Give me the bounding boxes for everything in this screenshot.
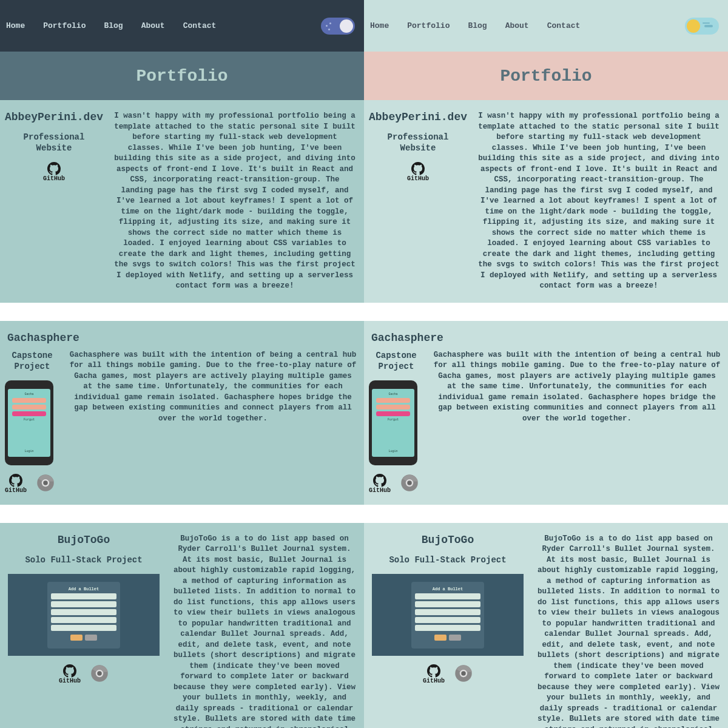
- mockup-label: Add a Bullet: [433, 587, 463, 592]
- project-card: AbbeyPerini.dev Professional Website Git…: [364, 100, 728, 303]
- nav-contact[interactable]: Contact: [183, 21, 217, 30]
- hero: Portfolio: [0, 52, 364, 100]
- github-icon[interactable]: GitHub: [423, 664, 445, 684]
- project-card: BujoToGo Solo Full-Stack Project Add a B…: [364, 523, 728, 728]
- project-title: Gachasphere: [5, 332, 359, 344]
- project-title: AbbeyPerini.dev: [369, 111, 467, 123]
- theme-toggle[interactable]: [685, 18, 719, 35]
- project-subtitle: Solo Full-Stack Project: [389, 554, 506, 565]
- mockup-text: Gacha: [12, 393, 46, 396]
- nav-portfolio[interactable]: Portfolio: [407, 21, 450, 30]
- chrome-icon[interactable]: [36, 474, 55, 492]
- nav-about[interactable]: About: [141, 21, 165, 30]
- project-subtitle: Capstone Project: [369, 350, 423, 372]
- svg-point-8: [407, 480, 412, 485]
- project-card: AbbeyPerini.dev Professional Website Git…: [0, 100, 364, 303]
- project-title: AbbeyPerini.dev: [5, 111, 103, 123]
- github-icon[interactable]: GitHub: [59, 664, 81, 684]
- project-card: Gachasphere Capstone Project Gacha Forgo…: [0, 321, 364, 505]
- phone-mockup: Gacha Forgot Login: [5, 380, 53, 465]
- github-label: GitHub: [5, 487, 27, 494]
- theme-toggle[interactable]: [321, 18, 355, 35]
- page-title: Portfolio: [136, 67, 228, 86]
- chrome-icon[interactable]: [90, 664, 109, 682]
- phone-mockup: Gacha Forgot Login: [369, 380, 417, 465]
- project-desc: BujoToGo is a to do list app based on Ry…: [534, 534, 723, 728]
- bujo-mockup: Add a Bullet: [8, 574, 160, 656]
- project-title: BujoToGo: [422, 534, 474, 546]
- project-subtitle: Professional Website: [5, 132, 103, 153]
- nav-about[interactable]: About: [505, 21, 529, 30]
- mockup-text: Login: [376, 450, 410, 453]
- project-desc: BujoToGo is a to do list app based on Ry…: [170, 534, 359, 728]
- project-subtitle: Solo Full-Stack Project: [25, 554, 142, 565]
- github-label: GitHub: [369, 487, 391, 494]
- nav-bar: Home Portfolio Blog About Contact: [0, 0, 364, 52]
- bujo-mockup: Add a Bullet: [372, 574, 524, 656]
- nav-blog[interactable]: Blog: [468, 21, 487, 30]
- project-subtitle: Capstone Project: [5, 350, 59, 372]
- mockup-label: Add a Bullet: [69, 587, 99, 592]
- project-desc: Gachasphere was built with the intention…: [431, 350, 723, 494]
- sun-icon: [687, 19, 700, 33]
- project-title: Gachasphere: [369, 332, 723, 344]
- mockup-text: Forgot: [376, 418, 410, 422]
- github-label: GitHub: [407, 175, 429, 182]
- hero: Portfolio: [364, 52, 728, 100]
- project-desc: I wasn't happy with my professional port…: [474, 111, 723, 292]
- github-icon[interactable]: GitHub: [369, 474, 391, 494]
- chrome-icon[interactable]: [400, 474, 419, 492]
- project-subtitle: Professional Website: [369, 132, 467, 153]
- github-icon[interactable]: GitHub: [407, 162, 429, 182]
- moon-icon: [340, 19, 353, 33]
- page-title: Portfolio: [500, 67, 592, 86]
- nav-portfolio[interactable]: Portfolio: [43, 21, 86, 30]
- nav-home[interactable]: Home: [6, 21, 25, 30]
- nav-blog[interactable]: Blog: [104, 21, 123, 30]
- project-desc: I wasn't happy with my professional port…: [110, 111, 359, 292]
- project-desc: Gachasphere was built with the intention…: [67, 350, 359, 494]
- svg-point-2: [43, 480, 48, 485]
- mockup-text: Gacha: [376, 393, 410, 396]
- svg-point-11: [461, 671, 466, 676]
- github-label: GitHub: [59, 678, 81, 684]
- nav-contact[interactable]: Contact: [547, 21, 581, 30]
- chrome-icon[interactable]: [454, 664, 473, 682]
- project-title: BujoToGo: [58, 534, 110, 546]
- mockup-text: Login: [12, 450, 46, 453]
- github-label: GitHub: [423, 678, 445, 684]
- nav-bar: Home Portfolio Blog About Contact: [364, 0, 728, 52]
- github-icon[interactable]: GitHub: [43, 162, 65, 182]
- nav-home[interactable]: Home: [370, 21, 389, 30]
- project-card: Gachasphere Capstone Project Gacha Forgo…: [364, 321, 728, 505]
- github-icon[interactable]: GitHub: [5, 474, 27, 494]
- github-label: GitHub: [43, 175, 65, 182]
- svg-point-5: [97, 671, 102, 676]
- project-card: BujoToGo Solo Full-Stack Project Add a B…: [0, 523, 364, 728]
- mockup-text: Forgot: [12, 418, 46, 422]
